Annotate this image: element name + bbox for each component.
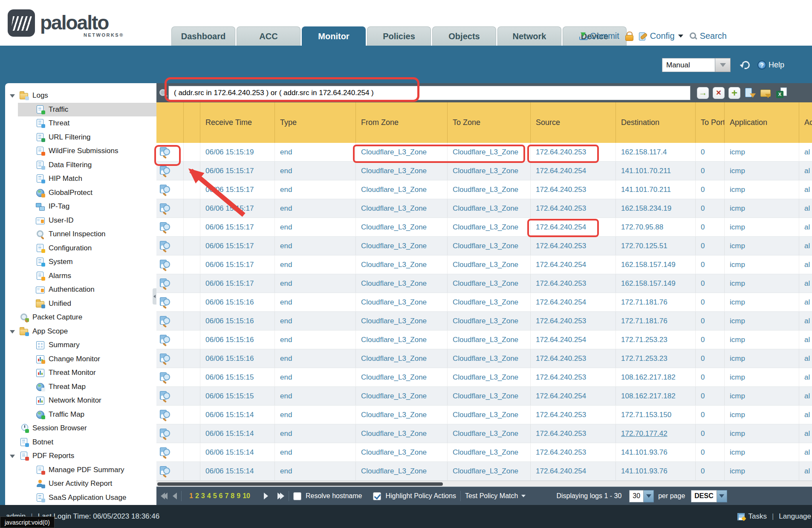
per-page-select[interactable]: 30 — [629, 490, 654, 502]
expand-triangle-icon[interactable] — [10, 330, 15, 334]
sidebar-item-unified[interactable]: Unified — [5, 297, 156, 311]
sidebar-item-threat-monitor[interactable]: Threat Monitor — [5, 366, 156, 380]
refresh-interval-dropdown-arrow[interactable] — [715, 58, 731, 72]
last-page-button[interactable] — [277, 493, 284, 499]
log-detail-icon[interactable] — [160, 466, 170, 476]
help-label[interactable]: Help — [769, 61, 784, 70]
horizontal-scrollbar-thumb[interactable] — [157, 482, 443, 486]
log-detail-icon[interactable] — [160, 409, 170, 420]
log-detail-icon[interactable] — [160, 372, 170, 383]
expand-triangle-icon[interactable] — [10, 94, 15, 98]
tab-monitor[interactable]: Monitor — [302, 26, 366, 46]
resolve-hostname-checkbox[interactable] — [293, 492, 301, 500]
sidebar-item-packet-capture[interactable]: Packet Capture — [5, 310, 156, 325]
column-header-destination[interactable]: Destination — [616, 102, 696, 143]
search-button[interactable]: Search — [689, 31, 727, 41]
sidebar-item-ip-tag[interactable]: IP-Tag — [5, 200, 156, 214]
sidebar-item-pdf-reports[interactable]: PDF Reports — [5, 449, 156, 463]
column-header-type[interactable]: Type — [275, 102, 356, 143]
first-page-button[interactable] — [161, 493, 168, 499]
tab-objects[interactable]: Objects — [432, 26, 496, 46]
column-header-from-zone[interactable]: From Zone — [356, 102, 448, 143]
sidebar-item-logs[interactable]: Logs — [5, 89, 156, 103]
column-header-application[interactable]: Application — [725, 102, 799, 143]
log-detail-icon[interactable] — [160, 278, 170, 289]
sidebar-item-system[interactable]: System — [5, 255, 156, 269]
page-1[interactable]: 1 — [189, 492, 193, 500]
filter-query-input[interactable]: ( addr.src in 172.64.240.253 ) or ( addr… — [168, 86, 691, 100]
log-detail-icon[interactable] — [160, 391, 170, 401]
page-7[interactable]: 7 — [225, 492, 228, 500]
log-detail-icon[interactable] — [160, 428, 170, 439]
log-detail-icon[interactable] — [160, 353, 170, 364]
log-detail-icon[interactable] — [160, 297, 170, 308]
sidebar-item-session-browser[interactable]: Session Browser — [5, 421, 156, 435]
sidebar-item-traffic-map[interactable]: Traffic Map — [5, 408, 156, 422]
sidebar-item-hip-match[interactable]: HIP Match — [5, 172, 156, 186]
sidebar-item-wildfire-submissions[interactable]: WildFire Submissions — [5, 144, 156, 158]
sort-order-select[interactable]: DESC — [691, 490, 727, 502]
sidebar-item-change-monitor[interactable]: Change Monitor — [5, 352, 156, 366]
column-header-receive-time[interactable]: Receive Time — [200, 102, 275, 143]
refresh-interval-select[interactable]: Manual — [662, 58, 715, 72]
sidebar-item-network-monitor[interactable]: Network Monitor — [5, 394, 156, 408]
sidebar-item-traffic[interactable]: Traffic — [5, 103, 156, 117]
page-8[interactable]: 8 — [231, 492, 234, 500]
sidebar-item-data-filtering[interactable]: Data Filtering — [5, 158, 156, 172]
help-icon[interactable] — [757, 61, 766, 70]
log-detail-icon[interactable] — [160, 241, 170, 251]
tasks-button[interactable]: Tasks — [748, 512, 766, 521]
sidebar-item-alarms[interactable]: Alarms — [5, 269, 156, 283]
refresh-icon[interactable] — [740, 60, 751, 70]
tab-acc[interactable]: ACC — [237, 26, 301, 46]
page-4[interactable]: 4 — [207, 492, 211, 500]
prev-page-button[interactable] — [173, 493, 177, 499]
page-10[interactable]: 10 — [243, 492, 250, 500]
column-header-to-zone[interactable]: To Zone — [448, 102, 531, 143]
clear-filter-icon[interactable] — [713, 87, 725, 99]
test-policy-match-button[interactable]: Test Policy Match — [465, 492, 526, 500]
sidebar-item-configuration[interactable]: Configuration — [5, 241, 156, 255]
highlight-policy-actions-checkbox[interactable] — [373, 492, 381, 500]
column-header-source[interactable]: Source — [531, 102, 616, 143]
tab-dashboard[interactable]: Dashboard — [171, 26, 235, 46]
log-detail-icon[interactable] — [160, 447, 170, 458]
sidebar-item-user-id[interactable]: User-ID — [5, 214, 156, 228]
sidebar-item-threat-map[interactable]: Threat Map — [5, 380, 156, 394]
load-filter-icon[interactable] — [760, 87, 772, 99]
column-header-ac[interactable]: Ac — [799, 102, 812, 143]
page-6[interactable]: 6 — [219, 492, 223, 500]
tab-network[interactable]: Network — [497, 26, 561, 46]
language-button[interactable]: Language — [779, 512, 811, 521]
sidebar-collapse-handle[interactable] — [153, 288, 156, 305]
sidebar-item-threat[interactable]: Threat — [5, 116, 156, 131]
tasks-icon[interactable] — [737, 513, 746, 520]
sidebar-item-globalprotect[interactable]: GlobalProtect — [5, 186, 156, 200]
next-page-button[interactable] — [264, 493, 268, 499]
log-detail-icon[interactable] — [160, 222, 170, 232]
sidebar-item-url-filtering[interactable]: URL Filtering — [5, 131, 156, 145]
page-3[interactable]: 3 — [201, 492, 205, 500]
cell-destination[interactable]: 172.70.177.42 — [621, 429, 668, 438]
sidebar-item-summary[interactable]: Summary — [5, 338, 156, 352]
log-detail-icon[interactable] — [160, 147, 170, 157]
log-detail-icon[interactable] — [160, 334, 170, 345]
sidebar-item-app-scope[interactable]: App Scope — [5, 325, 156, 339]
log-detail-icon[interactable] — [160, 165, 170, 176]
expand-triangle-icon[interactable] — [10, 455, 15, 458]
log-detail-icon[interactable] — [160, 259, 170, 270]
log-detail-icon[interactable] — [160, 316, 170, 326]
page-5[interactable]: 5 — [213, 492, 217, 500]
page-9[interactable]: 9 — [237, 492, 240, 500]
sidebar-item-botnet[interactable]: Botnet — [5, 435, 156, 450]
sidebar-item-manage-pdf-summary[interactable]: Manage PDF Summary — [5, 463, 156, 477]
log-detail-icon[interactable] — [160, 184, 170, 195]
apply-filter-icon[interactable] — [697, 87, 709, 99]
sidebar-item-tunnel-inspection[interactable]: Tunnel Inspection — [5, 227, 156, 241]
column-header-to-port[interactable]: To Port — [696, 102, 725, 143]
sidebar-item-user-activity-report[interactable]: User Activity Report — [5, 477, 156, 491]
config-menu-button[interactable]: Config — [639, 31, 683, 41]
tab-policies[interactable]: Policies — [367, 26, 431, 46]
sidebar-item-saas-application-usage[interactable]: SaaS Application Usage — [5, 491, 156, 505]
log-detail-icon[interactable] — [160, 203, 170, 214]
